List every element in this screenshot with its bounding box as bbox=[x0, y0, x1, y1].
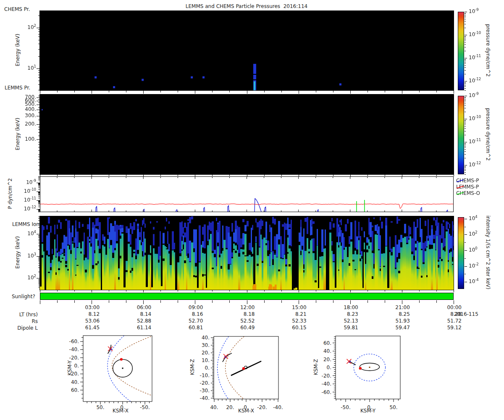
colorbar-minor-tick bbox=[465, 42, 466, 42]
orbit-frame bbox=[336, 336, 400, 399]
y-minor-tick bbox=[38, 283, 40, 284]
y-minor-tick bbox=[38, 258, 40, 259]
y-tick-label: 60. bbox=[323, 340, 331, 346]
y-minor-tick bbox=[38, 237, 40, 238]
y-minor-tick bbox=[38, 220, 40, 221]
time-tick bbox=[178, 290, 178, 291]
chems-p-spike bbox=[96, 207, 97, 212]
time-tick bbox=[40, 175, 40, 176]
colorbar-minor-tick bbox=[465, 121, 466, 121]
colorbar-minor-tick bbox=[465, 21, 466, 21]
dipole-l-value: 60.15 bbox=[277, 325, 307, 331]
y-minor-tick bbox=[38, 72, 40, 73]
colorbar-tick-label: 10-11 bbox=[469, 55, 488, 61]
page-title: LEMMS and CHEMS Particle Pressures 2016:… bbox=[163, 3, 331, 9]
colorbar-major-tick bbox=[465, 282, 467, 282]
colorbar-minor-tick bbox=[465, 147, 466, 147]
ephemeris-row-label-dipole: Dipole L bbox=[4, 325, 38, 331]
time-tick bbox=[160, 290, 161, 291]
colorbar-minor-tick bbox=[465, 100, 466, 100]
y-tick-label: 300. bbox=[17, 113, 36, 118]
colorbar-tick-label: 10-4 bbox=[469, 278, 488, 285]
colorbar-tick-label: 10-10 bbox=[469, 32, 488, 38]
y-minor-tick bbox=[38, 127, 40, 127]
colorbar-minor-tick bbox=[465, 39, 466, 39]
time-tick bbox=[316, 175, 316, 176]
y-minor-tick bbox=[38, 195, 40, 195]
exponent: 2 bbox=[475, 230, 477, 234]
ring-plane-line bbox=[231, 361, 261, 375]
y-tick-label: 102 bbox=[17, 24, 36, 31]
time-tick bbox=[229, 300, 230, 303]
y-minor-tick bbox=[38, 129, 40, 130]
colorbar-minor-tick bbox=[465, 105, 466, 105]
time-tick bbox=[454, 300, 454, 304]
colorbar-minor-tick bbox=[465, 59, 466, 60]
time-tick bbox=[385, 175, 385, 176]
chems-p-spike bbox=[255, 199, 262, 212]
lt-value: 8.16 bbox=[173, 311, 203, 317]
time-tick bbox=[436, 91, 437, 92]
y-minor-tick bbox=[38, 99, 40, 100]
x-tick-label: 20. bbox=[226, 404, 234, 410]
y-minor-tick bbox=[38, 257, 40, 257]
dipole-l-value: 59.47 bbox=[381, 325, 410, 331]
time-tick bbox=[92, 290, 92, 292]
time-tick bbox=[57, 175, 58, 176]
y-major-tick bbox=[37, 110, 40, 110]
panel-label-lemms-pressure: LEMMS Pr. bbox=[5, 85, 30, 91]
time-tick bbox=[178, 175, 178, 176]
time-tick bbox=[436, 175, 437, 176]
y-tick-label: 101 bbox=[17, 65, 36, 71]
time-tick bbox=[126, 175, 126, 176]
lt-value: 8.18 bbox=[226, 311, 255, 317]
time-tick bbox=[316, 290, 316, 291]
y-tick-label: 0. bbox=[327, 365, 331, 370]
time-tick bbox=[178, 300, 178, 303]
y-minor-tick bbox=[38, 202, 40, 202]
colorbar-major-tick bbox=[465, 119, 467, 119]
y-tick-label: 103 bbox=[17, 253, 36, 259]
exponent: -9 bbox=[475, 8, 478, 12]
y-minor-tick bbox=[38, 202, 40, 203]
time-tick bbox=[385, 91, 385, 92]
y-minor-tick bbox=[38, 155, 40, 155]
y-tick-label: 20. bbox=[202, 350, 210, 356]
y-tick-label: 10-12 bbox=[17, 206, 36, 212]
y-major-tick bbox=[37, 278, 40, 278]
y-tick-label: 102 bbox=[17, 275, 36, 281]
y-minor-tick bbox=[38, 218, 40, 219]
y-minor-tick bbox=[38, 90, 40, 90]
colorbar-minor-tick bbox=[465, 16, 466, 16]
time-label: 09:00 bbox=[173, 304, 203, 310]
magnetopause-curve bbox=[226, 336, 244, 399]
y-minor-tick bbox=[38, 196, 40, 197]
time-label: 18:00 bbox=[329, 304, 358, 310]
y-axis-label-pressure: P dyn/cm^2 bbox=[7, 168, 13, 219]
y-minor-tick bbox=[38, 107, 40, 108]
panel-label-lemms-ions: LEMMS Ions bbox=[12, 221, 42, 227]
time-tick bbox=[126, 290, 126, 291]
colorbar-major-tick bbox=[465, 165, 467, 165]
orbit-plot-ksmx-ksmz: 40.20.0.-20.-40.40.30.20.10.0.-10.-20.-3… bbox=[191, 332, 296, 416]
time-label: 21:00 bbox=[381, 304, 410, 310]
dipole-l-value: 60.81 bbox=[173, 325, 203, 331]
time-tick bbox=[195, 290, 195, 292]
time-tick bbox=[281, 91, 282, 92]
y-major-tick bbox=[37, 256, 40, 257]
y-tick-label: 10-9 bbox=[17, 179, 36, 186]
y-minor-tick bbox=[38, 186, 40, 186]
y-minor-tick bbox=[38, 165, 40, 166]
y-minor-tick bbox=[38, 282, 40, 282]
y-minor-tick bbox=[38, 102, 40, 103]
y-minor-tick bbox=[38, 176, 40, 177]
orbit-c-ylabel: KSM-Z bbox=[313, 342, 319, 392]
colorbar-tick-label: 10-11 bbox=[469, 139, 488, 145]
chems-pressure-spectrogram bbox=[40, 11, 454, 90]
orbit-frame bbox=[214, 336, 278, 399]
time-tick bbox=[316, 300, 316, 303]
exponent: -11 bbox=[475, 138, 481, 142]
time-label: 00:00 bbox=[432, 304, 462, 310]
time-tick bbox=[74, 300, 75, 303]
time-tick bbox=[264, 175, 265, 176]
